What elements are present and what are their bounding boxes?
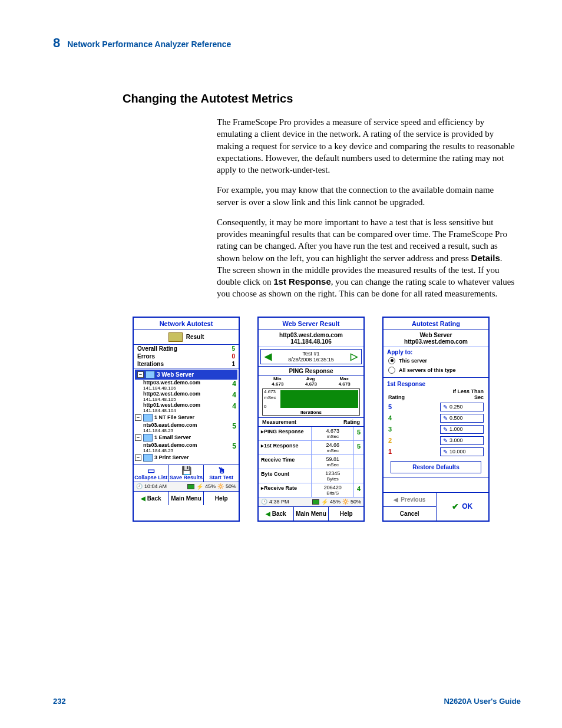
ping-stats-values: 4.6734.6734.673 [259,381,363,387]
measurement-row[interactable]: ▸Receive Rate206420Bits/S4 [259,483,363,498]
page-header: 8 Network Performance Analyzer Reference [53,35,521,51]
server-item[interactable]: nts03.east.demo.com141.184.48.235 [143,442,237,453]
radio-all-servers[interactable]: All servers of this type [384,365,488,377]
threshold-input[interactable]: ✎0.250 [440,403,484,411]
radio-icon[interactable] [388,367,395,374]
battery-icon [312,499,319,505]
main-menu-button[interactable]: Main Menu [294,507,329,521]
brightness-icon: 🔆 [217,483,224,489]
screenshot-web-server-result: Web Server Result http03.west.demo.com14… [257,317,365,522]
screenshot-autotest-rating: Autotest Rating Web Serverhttp03.west.de… [382,317,490,522]
status-bar: 🕓4:38 PM ⚡45% 🔆50% [259,498,363,507]
iterations-row: Iterations1 [134,360,239,368]
restore-defaults-button[interactable]: Restore Defaults [391,461,481,473]
server-icon [143,434,153,442]
screenshot-network-autotest: Network Autotest Result Overall Rating5 … [133,317,240,522]
back-button[interactable]: ◀ Back [259,507,294,521]
edit-icon: ✎ [443,437,448,444]
ping-response-header: PING Response [259,366,363,376]
help-button[interactable]: Help [204,492,239,505]
edit-icon: ✎ [443,415,448,421]
save-results-button[interactable]: 💾Save Results [169,465,204,482]
paragraph-3: Consequently, it may be more important t… [217,216,515,300]
device-icon [168,332,183,342]
first-response-label: 1st Response [384,377,488,388]
errors-row: Errors0 [134,353,239,360]
clock-icon: 🕓 [261,499,267,505]
paragraph-1: The FrameScope Pro provides a measure of… [217,116,515,176]
paragraph-2: For example, you may know that the conne… [217,184,515,208]
panel-title: Autotest Rating [384,318,488,330]
guide-title: N2620A User's Guide [444,697,521,706]
section-heading: Changing the Autotest Metrics [123,92,521,106]
battery-icon [187,484,194,489]
page-number: 232 [53,697,66,706]
clock-icon: 🕘 [136,483,143,489]
next-test-button[interactable]: ▷ [347,351,361,362]
ping-chart: 4.673 mSec 0 Iterations [262,388,360,416]
cancel-button[interactable]: Cancel [384,507,436,521]
threshold-row-5: 5✎0.250 [384,401,488,413]
edit-icon: ✎ [443,449,448,455]
host-label: http03.west.demo.com141.184.48.106 [259,330,363,347]
threshold-row-3: 3✎1.000 [384,424,488,435]
threshold-header: If Less Than [384,388,488,394]
threshold-row-2: 2✎3.000 [384,435,488,446]
group-print-server[interactable]: − 3 Print Server [135,453,237,463]
server-item[interactable]: http03.west.demo.com141.184.48.1064 [143,380,237,391]
server-item[interactable]: http01.west.demo.com141.184.48.1044 [143,402,237,413]
ping-stats-labels: Min Avg Max [259,376,363,381]
measurement-row[interactable]: Byte Count12345Bytes [259,469,363,483]
back-button[interactable]: ◀ Back [134,492,169,505]
measurement-row[interactable]: ▸PING Response4.673mSec5 [259,427,363,441]
start-test-button[interactable]: 🖱Start Test [204,465,239,482]
status-bar: 🕘10:04 AM ⚡45% 🔆50% [134,482,239,492]
collapse-icon[interactable]: − [135,434,141,441]
threshold-row-1: 1✎10.000 [384,446,488,457]
collapse-list-button[interactable]: ▭Collapse List [134,465,169,482]
dialog-buttons: ◀Previous Cancel ✔OK [384,492,488,521]
panel-title: Network Autotest [134,318,239,330]
power-icon: ⚡ [321,499,328,505]
check-icon: ✔ [452,502,459,511]
page-footer: 232 N2620A User's Guide [53,697,521,706]
nav-bar: ◀ Back Main Menu Help [259,507,363,521]
brightness-icon: 🔆 [342,499,349,505]
measurement-header: MeasurementRating [259,417,363,427]
collapse-icon[interactable]: − [137,371,144,378]
radio-this-server[interactable]: This server [384,356,488,365]
threshold-input[interactable]: ✎3.000 [440,436,484,445]
start-icon: 🖱 [204,466,239,475]
collapse-icon[interactable]: − [135,414,141,421]
group-email-server[interactable]: − 1 Email Server [135,433,237,442]
result-label: Result [134,330,239,345]
group-web-server[interactable]: − 3 Web Server [135,370,237,380]
server-item[interactable]: nts03.east.demo.com141.184.48.235 [143,422,237,433]
edit-icon: ✎ [443,404,448,410]
threshold-input[interactable]: ✎10.000 [440,447,484,456]
group-nt-file-server[interactable]: − 1 NT File Server [135,413,237,422]
server-item[interactable]: http02.west.demo.com141.184.48.1054 [143,391,237,402]
measurement-row[interactable]: Receive Time59.81mSec [259,455,363,469]
server-icon [143,454,153,462]
prev-test-button[interactable]: ◀ [261,351,275,362]
edit-icon: ✎ [443,426,448,433]
threshold-input[interactable]: ✎1.000 [440,425,484,434]
radio-icon[interactable] [388,357,395,364]
collapse-icon[interactable]: − [135,454,141,461]
apply-to-label: Apply to: [384,347,488,356]
threshold-input[interactable]: ✎0.500 [440,414,484,423]
toolbar: ▭Collapse List 💾Save Results 🖱Start Test [134,465,239,482]
server-icon [143,414,153,421]
ok-button[interactable]: ✔OK [437,493,489,521]
measurement-row[interactable]: ▸1st Response24.66mSec5 [259,441,363,455]
nav-bar: ◀ Back Main Menu Help [134,492,239,505]
chapter-number: 8 [53,35,60,51]
server-icon [146,371,155,378]
floppy-icon: 💾 [169,466,204,475]
help-button[interactable]: Help [329,507,363,521]
test-navigator: ◀ Test #18/28/2008 16:35:15 ▷ [260,349,362,364]
panel-title: Web Server Result [259,318,363,330]
main-menu-button[interactable]: Main Menu [169,492,204,505]
previous-button[interactable]: ◀Previous [384,493,436,507]
